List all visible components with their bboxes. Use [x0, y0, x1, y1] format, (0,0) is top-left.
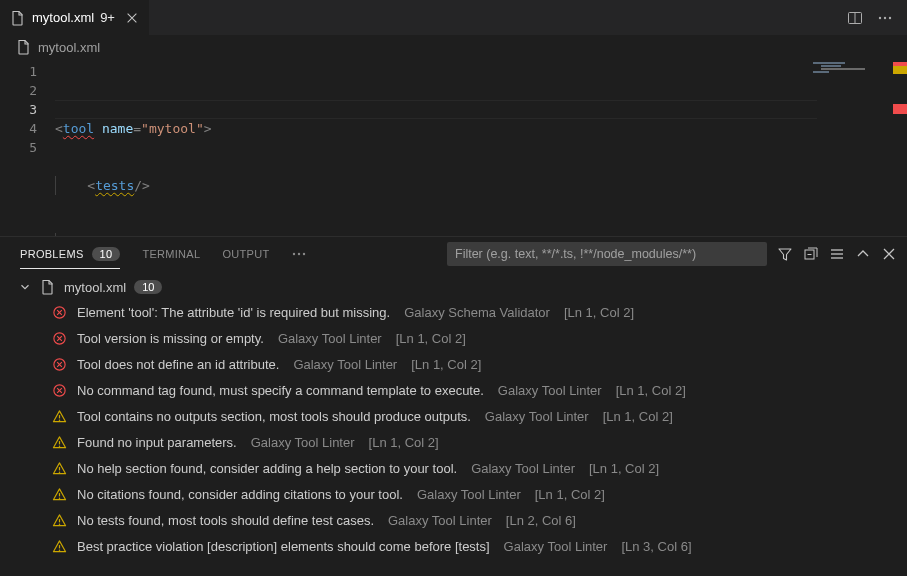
warning-icon: [52, 539, 67, 554]
problem-location: [Ln 1, Col 2]: [603, 409, 673, 424]
split-editor-icon[interactable]: [847, 10, 863, 26]
close-panel-icon[interactable]: [881, 246, 897, 262]
problem-location: [Ln 1, Col 2]: [369, 435, 439, 450]
problem-source: Galaxy Tool Linter: [504, 539, 608, 554]
problem-message: No tests found, most tools should define…: [77, 513, 374, 528]
collapse-all-icon[interactable]: [803, 246, 819, 262]
file-name: mytool.xml: [64, 280, 126, 295]
problem-location: [Ln 3, Col 6]: [621, 539, 691, 554]
svg-point-5: [293, 253, 295, 255]
minimap[interactable]: [813, 62, 893, 92]
problem-source: Galaxy Tool Linter: [251, 435, 355, 450]
error-icon: [52, 357, 67, 372]
warning-icon: [52, 513, 67, 528]
problem-source: Galaxy Tool Linter: [388, 513, 492, 528]
problem-source: Galaxy Tool Linter: [471, 461, 575, 476]
problem-location: [Ln 1, Col 2]: [564, 305, 634, 320]
tab-terminal[interactable]: TERMINAL: [142, 248, 200, 260]
svg-point-24: [59, 497, 61, 499]
svg-point-7: [303, 253, 305, 255]
overview-ruler[interactable]: [893, 62, 907, 232]
svg-point-4: [889, 16, 891, 18]
problem-message: No help section found, consider adding a…: [77, 461, 457, 476]
tab-problems-badge: 9+: [100, 10, 115, 25]
editor-actions: [847, 0, 907, 35]
problem-message: Best practice violation [description] el…: [77, 539, 490, 554]
problem-source: Galaxy Tool Linter: [293, 357, 397, 372]
problem-source: Galaxy Tool Linter: [278, 331, 382, 346]
problem-location: [Ln 2, Col 6]: [506, 513, 576, 528]
warning-icon: [52, 409, 67, 424]
current-line-highlight: [55, 100, 817, 119]
problem-message: No command tag found, must specify a com…: [77, 383, 484, 398]
svg-point-3: [884, 16, 886, 18]
problem-row[interactable]: No command tag found, must specify a com…: [0, 377, 907, 403]
problem-message: Tool contains no outputs section, most t…: [77, 409, 471, 424]
tab-problems[interactable]: PROBLEMS 10: [20, 247, 120, 261]
file-icon: [16, 39, 32, 55]
problem-message: Tool does not define an id attribute.: [77, 357, 279, 372]
close-icon[interactable]: [125, 11, 139, 25]
view-as-list-icon[interactable]: [829, 246, 845, 262]
svg-point-26: [59, 523, 61, 525]
svg-point-28: [59, 549, 61, 551]
problem-source: Galaxy Schema Validator: [404, 305, 550, 320]
problem-row[interactable]: Best practice violation [description] el…: [0, 533, 907, 559]
warning-icon: [52, 435, 67, 450]
chevron-up-icon[interactable]: [855, 246, 871, 262]
code-content[interactable]: <tool name="mytool"> <tests/> <descripti…: [55, 62, 907, 229]
problems-file-row[interactable]: mytool.xml 10: [0, 275, 907, 299]
problem-row[interactable]: Element 'tool': The attribute 'id' is re…: [0, 299, 907, 325]
file-icon: [10, 10, 26, 26]
problem-message: Element 'tool': The attribute 'id' is re…: [77, 305, 390, 320]
breadcrumb[interactable]: mytool.xml: [0, 35, 907, 59]
problem-row[interactable]: Found no input parameters.Galaxy Tool Li…: [0, 429, 907, 455]
bottom-panel: PROBLEMS 10 TERMINAL OUTPUT: [0, 236, 907, 576]
problem-location: [Ln 1, Col 2]: [535, 487, 605, 502]
file-icon: [40, 279, 56, 295]
svg-point-6: [298, 253, 300, 255]
editor-tab[interactable]: mytool.xml 9+: [0, 0, 150, 35]
breadcrumb-filename: mytool.xml: [38, 40, 100, 55]
warning-icon: [52, 461, 67, 476]
problem-source: Galaxy Tool Linter: [417, 487, 521, 502]
problem-row[interactable]: Tool does not define an id attribute.Gal…: [0, 351, 907, 377]
problem-row[interactable]: No citations found, consider adding cita…: [0, 481, 907, 507]
problem-message: Found no input parameters.: [77, 435, 237, 450]
file-problems-count: 10: [134, 280, 162, 294]
error-icon: [52, 305, 67, 320]
error-icon: [52, 331, 67, 346]
problem-row[interactable]: No help section found, consider adding a…: [0, 455, 907, 481]
filter-icon[interactable]: [777, 246, 793, 262]
problem-location: [Ln 1, Col 2]: [616, 383, 686, 398]
more-views-icon[interactable]: [291, 246, 307, 262]
chevron-down-icon: [18, 280, 32, 294]
svg-point-20: [59, 445, 61, 447]
line-gutter: 1 2 3 4 5: [0, 62, 55, 229]
tab-output[interactable]: OUTPUT: [222, 248, 269, 260]
error-icon: [52, 383, 67, 398]
problem-row[interactable]: Tool contains no outputs section, most t…: [0, 403, 907, 429]
svg-point-2: [879, 16, 881, 18]
tab-bar: mytool.xml 9+: [0, 0, 907, 35]
problems-list: mytool.xml 10 Element 'tool': The attrib…: [0, 271, 907, 576]
problem-source: Galaxy Tool Linter: [485, 409, 589, 424]
tab-filename: mytool.xml: [32, 10, 94, 25]
warning-icon: [52, 487, 67, 502]
problem-location: [Ln 1, Col 2]: [411, 357, 481, 372]
problem-row[interactable]: Tool version is missing or empty.Galaxy …: [0, 325, 907, 351]
code-editor[interactable]: 1 2 3 4 5 <tool name="mytool"> <tests/> …: [0, 59, 907, 229]
problems-count-badge: 10: [92, 247, 121, 261]
problem-message: Tool version is missing or empty.: [77, 331, 264, 346]
svg-point-18: [59, 419, 61, 421]
svg-point-22: [59, 471, 61, 473]
panel-header: PROBLEMS 10 TERMINAL OUTPUT: [0, 237, 907, 271]
problem-message: No citations found, consider adding cita…: [77, 487, 403, 502]
problem-row[interactable]: No tests found, most tools should define…: [0, 507, 907, 533]
problem-location: [Ln 1, Col 2]: [396, 331, 466, 346]
problem-location: [Ln 1, Col 2]: [589, 461, 659, 476]
more-actions-icon[interactable]: [877, 10, 893, 26]
problem-source: Galaxy Tool Linter: [498, 383, 602, 398]
filter-input[interactable]: [447, 242, 767, 266]
